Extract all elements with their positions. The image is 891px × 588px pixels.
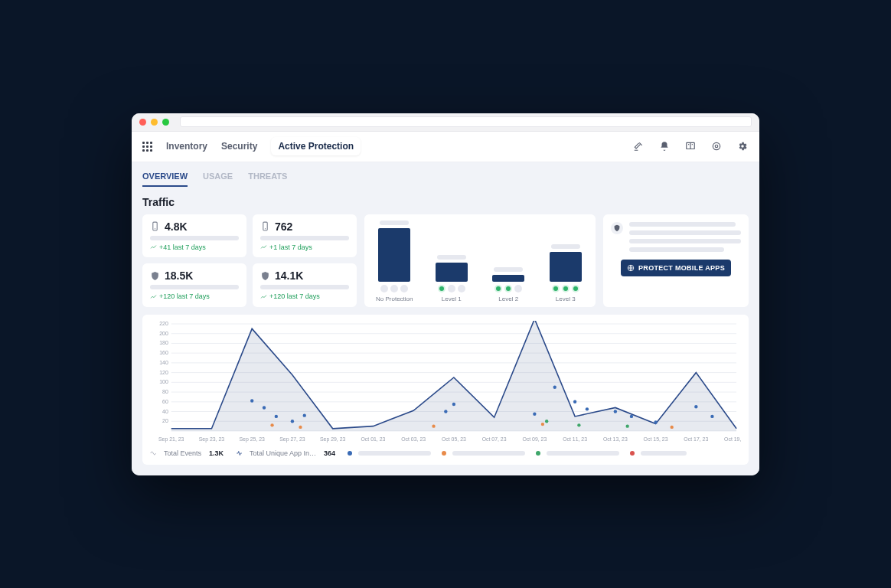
- top-nav: Inventory Security Active Protection: [132, 132, 759, 162]
- minimize-dot[interactable]: [151, 119, 158, 126]
- svg-text:160: 160: [159, 350, 168, 355]
- svg-text:Oct 11, 23: Oct 11, 23: [563, 436, 587, 441]
- placeholder-pill: [547, 451, 619, 456]
- shield-icon: [150, 271, 160, 281]
- svg-point-33: [303, 413, 306, 416]
- svg-point-45: [270, 423, 273, 426]
- svg-text:80: 80: [162, 389, 168, 394]
- subtab-threats[interactable]: THREATS: [248, 172, 287, 187]
- trend-up-icon: [260, 293, 267, 300]
- titlebar: [132, 113, 759, 132]
- chart-legend: Total Events 1.3K Total Unique App In… 3…: [150, 449, 741, 457]
- svg-point-31: [275, 414, 278, 417]
- bell-icon[interactable]: [658, 140, 671, 152]
- nav-tab-active-protection[interactable]: Active Protection: [271, 137, 361, 155]
- phone-icon: [150, 221, 160, 231]
- stat-bar: [260, 285, 349, 289]
- phone-icon: [260, 221, 270, 231]
- stat-value: 762: [275, 220, 292, 233]
- level-bar: [378, 228, 410, 282]
- svg-point-32: [291, 420, 294, 423]
- stat-card: 762 +1 last 7 days: [253, 214, 357, 258]
- subtab-usage[interactable]: USAGE: [203, 172, 233, 187]
- url-bar[interactable]: [180, 116, 752, 127]
- legend-value: 364: [324, 449, 335, 457]
- svg-point-29: [250, 399, 253, 402]
- svg-point-50: [545, 420, 548, 423]
- legend-dot-green: [536, 451, 540, 456]
- placeholder-line: [629, 230, 741, 235]
- stat-card: 14.1K +120 last 7 days: [253, 263, 357, 307]
- gear-icon[interactable]: [736, 140, 749, 152]
- stat-delta: +120 last 7 days: [260, 292, 349, 300]
- svg-point-37: [553, 385, 556, 388]
- target-icon[interactable]: [710, 140, 723, 152]
- globe-icon: [627, 264, 635, 272]
- pulse-icon: [236, 449, 243, 457]
- traffic-row: 4.8K +41 last 7 days 762: [142, 214, 749, 307]
- stat-bar: [260, 236, 349, 240]
- subtab-overview[interactable]: OVERVIEW: [142, 172, 188, 187]
- level-globe-icons: [380, 285, 408, 292]
- svg-text:Oct 01, 23: Oct 01, 23: [361, 436, 385, 441]
- legend-dot-blue: [348, 451, 352, 456]
- level-label: No Protection: [376, 296, 413, 302]
- svg-point-51: [577, 423, 580, 426]
- svg-text:120: 120: [159, 369, 168, 374]
- nav-tab-security[interactable]: Security: [221, 141, 257, 152]
- level-label: Level 1: [442, 296, 462, 302]
- level-bar: [550, 252, 582, 282]
- svg-point-30: [263, 406, 266, 409]
- trend-up-icon: [150, 293, 157, 300]
- nav-tab-inventory[interactable]: Inventory: [166, 141, 207, 152]
- stat-card: 18.5K +120 last 7 days: [142, 263, 246, 307]
- svg-point-47: [432, 424, 435, 427]
- placeholder-line: [629, 239, 741, 243]
- level-bar: [436, 263, 468, 282]
- content-area: OVERVIEW USAGE THREATS Traffic 4.8K +41 …: [132, 162, 759, 475]
- level-globe-icons: [494, 285, 522, 292]
- protect-button-label: PROTECT MOBILE APPS: [638, 264, 725, 272]
- svg-point-34: [444, 410, 447, 413]
- svg-point-48: [541, 422, 544, 425]
- stat-value: 18.5K: [165, 270, 193, 282]
- globe-shield-icon: [611, 222, 623, 234]
- level-column: No Protection: [372, 220, 417, 302]
- stat-grid: 4.8K +41 last 7 days 762: [142, 214, 357, 307]
- placeholder-line: [629, 222, 736, 227]
- stat-bar: [150, 236, 239, 240]
- svg-point-40: [614, 410, 617, 413]
- stat-delta: +41 last 7 days: [150, 243, 239, 251]
- svg-point-38: [573, 400, 576, 403]
- level-label: Level 3: [556, 296, 576, 302]
- placeholder-pill: [641, 451, 687, 456]
- book-icon[interactable]: [684, 140, 697, 152]
- svg-text:Oct 03, 23: Oct 03, 23: [401, 436, 426, 441]
- stat-bar: [150, 285, 239, 289]
- svg-text:140: 140: [159, 359, 168, 364]
- svg-point-52: [625, 424, 628, 427]
- svg-text:Sep 25, 23: Sep 25, 23: [239, 436, 265, 442]
- apps-grid-icon[interactable]: [142, 142, 152, 152]
- svg-point-35: [452, 402, 455, 405]
- svg-point-1: [713, 142, 720, 149]
- svg-point-36: [533, 412, 536, 415]
- level-column: Level 2: [486, 267, 531, 302]
- app-window: Inventory Security Active Protection OVE…: [132, 113, 759, 475]
- svg-text:40: 40: [162, 408, 168, 413]
- svg-point-43: [694, 404, 697, 407]
- protect-mobile-apps-button[interactable]: PROTECT MOBILE APPS: [621, 260, 731, 276]
- svg-point-39: [586, 407, 589, 410]
- svg-text:Oct 15, 23: Oct 15, 23: [644, 436, 668, 441]
- maximize-dot[interactable]: [162, 119, 169, 126]
- level-bar: [492, 275, 524, 281]
- svg-point-46: [299, 425, 302, 428]
- legend-dot-red: [630, 451, 635, 456]
- svg-text:Oct 13, 23: Oct 13, 23: [603, 436, 628, 441]
- svg-text:200: 200: [159, 330, 168, 335]
- svg-text:Oct 07, 23: Oct 07, 23: [482, 436, 507, 441]
- gavel-icon[interactable]: [632, 140, 645, 152]
- legend-value: 1.3K: [209, 449, 224, 457]
- svg-text:220: 220: [159, 321, 168, 326]
- close-dot[interactable]: [139, 119, 146, 126]
